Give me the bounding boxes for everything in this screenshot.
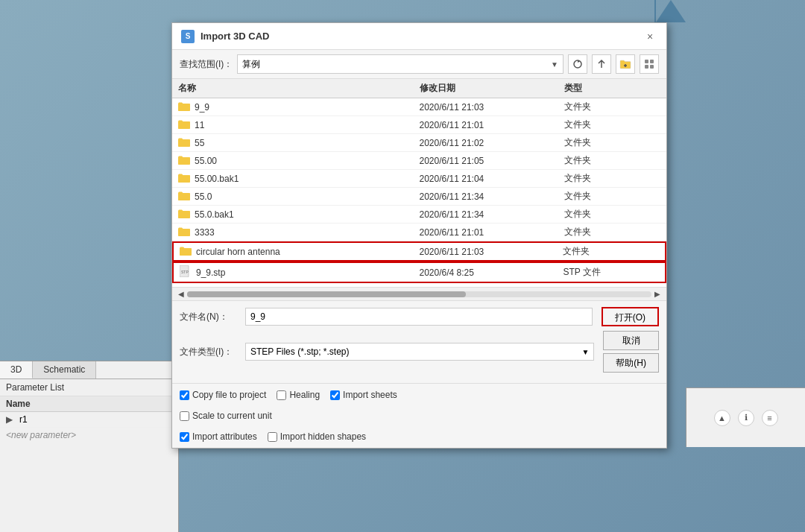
file-row-9[interactable]: STP9_9.stp2020/6/4 8:25STP 文件 <box>172 262 666 283</box>
file-row-0[interactable]: 9_92020/6/11 21:03文件夹 <box>172 98 666 116</box>
col-type-header: 类型 <box>564 82 660 95</box>
file-name-9: STP9_9.stp <box>180 265 420 279</box>
import-attributes-checkbox-item[interactable]: Import attributes <box>180 431 257 442</box>
right-icon-warning[interactable]: ▲ <box>714 410 730 426</box>
file-icon: STP <box>180 265 192 279</box>
right-icon-info[interactable]: ℹ <box>738 410 754 426</box>
dialog-app-icon: S <box>181 30 195 43</box>
file-type-7: 文件夹 <box>564 226 660 238</box>
filename-input[interactable] <box>245 308 593 326</box>
import-dialog: S Import 3D CAD × 查找范围(I)： 算例 ▼ <box>171 22 667 449</box>
file-name-4: 55.00.bak1 <box>178 173 420 185</box>
healing-label: Healing <box>289 390 320 400</box>
folder-icon <box>178 137 190 149</box>
file-date-4: 2020/6/11 21:04 <box>420 174 564 184</box>
filename-row: 文件名(N)： 打开(O) <box>180 307 659 326</box>
svg-rect-3 <box>645 60 648 63</box>
file-name-6: 55.0.bak1 <box>178 209 420 221</box>
current-folder-label: 算例 <box>242 58 260 71</box>
filetype-value: STEP Files (*.stp; *.step) <box>250 346 350 357</box>
dropdown-arrow-icon: ▼ <box>551 60 558 69</box>
tab-schematic[interactable]: Schematic <box>33 361 96 379</box>
right-panel: ▲ ℹ ≡ <box>686 387 805 447</box>
file-row-2[interactable]: 552020/6/11 21:02文件夹 <box>172 134 666 152</box>
import-attributes-checkbox[interactable] <box>180 432 189 442</box>
import-hidden-checkbox-item[interactable]: Import hidden shapes <box>268 431 366 442</box>
scale-unit-checkbox[interactable] <box>180 411 189 421</box>
location-dropdown[interactable]: 算例 ▼ <box>237 54 564 74</box>
file-row-5[interactable]: 55.02020/6/11 21:34文件夹 <box>172 188 666 206</box>
file-name-0: 9_9 <box>178 101 420 113</box>
dialog-title: Import 3D CAD <box>201 31 643 42</box>
import-attributes-label: Import attributes <box>192 431 257 442</box>
param-icon: ▶ <box>6 414 16 425</box>
tab-3d[interactable]: 3D <box>0 361 33 379</box>
cancel-button[interactable]: 取消 <box>603 331 659 350</box>
scroll-left-icon[interactable]: ◀ <box>175 290 187 298</box>
folder-icon <box>178 101 190 113</box>
file-list-container: 名称 修改日期 类型 9_92020/6/11 21:03文件夹112020/6… <box>172 79 666 288</box>
toolbar-newfolder-button[interactable] <box>616 54 635 74</box>
cad-decoration-triangle <box>656 0 686 22</box>
param-list-label: Parameter List <box>0 379 178 396</box>
file-row-8[interactable]: circular horn antenna2020/6/11 21:03文件夹 <box>172 241 666 262</box>
file-name-2: 55 <box>178 137 420 149</box>
filename-label: 文件名(N)： <box>180 311 239 323</box>
right-icon-list[interactable]: ≡ <box>762 410 778 426</box>
import-hidden-checkbox[interactable] <box>268 432 277 442</box>
open-button[interactable]: 打开(O) <box>602 307 659 326</box>
horizontal-scrollbar[interactable]: ◀ ▶ <box>172 288 666 301</box>
toolbar-view-button[interactable] <box>640 54 659 74</box>
copy-file-checkbox[interactable] <box>180 390 189 400</box>
toolbar-up-button[interactable] <box>592 54 611 74</box>
filetype-arrow-icon: ▼ <box>581 348 589 356</box>
file-type-1: 文件夹 <box>564 118 660 131</box>
healing-checkbox-item[interactable]: Healing <box>277 390 320 400</box>
param-col-name: Name <box>6 399 31 409</box>
import-sheets-checkbox[interactable] <box>330 390 340 400</box>
dialog-titlebar: S Import 3D CAD × <box>172 23 666 50</box>
file-name-8: circular horn antenna <box>180 246 420 258</box>
file-row-4[interactable]: 55.00.bak12020/6/11 21:04文件夹 <box>172 170 666 188</box>
file-row-1[interactable]: 112020/6/11 21:01文件夹 <box>172 116 666 134</box>
file-row-3[interactable]: 55.002020/6/11 21:05文件夹 <box>172 152 666 170</box>
file-date-8: 2020/6/11 21:03 <box>420 247 564 257</box>
file-date-9: 2020/6/4 8:25 <box>420 267 564 278</box>
filetype-dropdown[interactable]: STEP Files (*.stp; *.step) ▼ <box>245 343 594 361</box>
toolbar-refresh-button[interactable] <box>568 54 587 74</box>
dialog-close-button[interactable]: × <box>643 29 657 44</box>
svg-rect-4 <box>650 60 654 63</box>
help-button[interactable]: 帮助(H) <box>603 353 659 373</box>
folder-icon <box>178 209 190 221</box>
svg-text:STP: STP <box>181 270 189 274</box>
file-date-0: 2020/6/11 21:03 <box>420 102 564 113</box>
file-type-0: 文件夹 <box>564 101 660 113</box>
checkbox-area: Copy file to project Healing Import shee… <box>172 383 666 448</box>
folder-icon <box>178 155 190 167</box>
param-row-r1[interactable]: ▶ r1 <box>0 412 178 428</box>
dialog-toolbar: 查找范围(I)： 算例 ▼ <box>172 50 666 79</box>
scroll-right-icon[interactable]: ▶ <box>651 290 663 298</box>
file-type-3: 文件夹 <box>564 154 660 167</box>
file-row-7[interactable]: 33332020/6/11 21:01文件夹 <box>172 224 666 241</box>
healing-checkbox[interactable] <box>277 390 286 400</box>
filetype-row: 文件类型(I)： STEP Files (*.stp; *.step) ▼ 取消… <box>180 331 659 373</box>
import-sheets-checkbox-item[interactable]: Import sheets <box>330 390 397 400</box>
col-date-header: 修改日期 <box>420 82 564 95</box>
file-rows: 9_92020/6/11 21:03文件夹112020/6/11 21:01文件… <box>172 98 666 283</box>
dialog-form: 文件名(N)： 打开(O) 文件类型(I)： STEP Files (*.stp… <box>172 301 666 383</box>
svg-rect-5 <box>645 65 648 69</box>
bottom-panel: 3D Schematic Parameter List Name ▶ r1 <n… <box>0 361 179 532</box>
copy-file-checkbox-item[interactable]: Copy file to project <box>180 390 266 400</box>
scale-unit-checkbox-item[interactable]: Scale to current unit <box>180 411 659 421</box>
file-name-3: 55.00 <box>178 155 420 167</box>
scale-unit-label: Scale to current unit <box>192 411 272 421</box>
file-name-7: 3333 <box>178 227 420 238</box>
scrollbar-thumb[interactable] <box>187 291 466 297</box>
new-param-row[interactable]: <new parameter> <box>0 428 178 443</box>
scrollbar-track[interactable] <box>187 291 651 297</box>
file-date-1: 2020/6/11 21:01 <box>420 120 564 130</box>
file-date-7: 2020/6/11 21:01 <box>420 227 564 238</box>
file-type-8: 文件夹 <box>563 245 659 258</box>
file-row-6[interactable]: 55.0.bak12020/6/11 21:34文件夹 <box>172 206 666 224</box>
